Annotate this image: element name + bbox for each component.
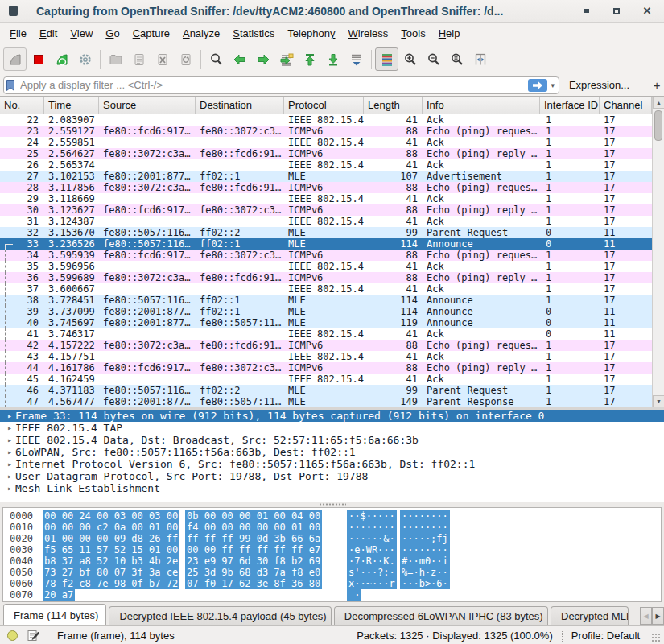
hex-row-0020[interactable]: 002001 00 00 00 09 d8 26 ffff ff ff 99 0… xyxy=(3,533,661,544)
packet-row-30[interactable]: 303.123627fe80::fcd6:917…fe80::3072:c3…I… xyxy=(0,204,664,216)
menu-telephony[interactable]: Telephony xyxy=(281,24,341,43)
packet-row-41[interactable]: 413.746317IEEE 802.15.441Ack011 xyxy=(0,328,664,340)
detail-row-5[interactable]: ▸User Datagram Protocol, Src Port: 19788… xyxy=(0,470,664,482)
status-profile[interactable]: Profile: Default xyxy=(571,630,640,642)
packet-row-35[interactable]: 353.596956IEEE 802.15.441Ack117 xyxy=(0,261,664,272)
expander-triangle-icon[interactable]: ▸ xyxy=(4,410,15,422)
column-header-destination[interactable]: Destination xyxy=(196,97,284,114)
maximize-button[interactable] xyxy=(611,6,622,17)
display-filter-input[interactable] xyxy=(17,79,528,91)
column-header-info[interactable]: Info xyxy=(423,97,540,114)
packet-row-38[interactable]: 383.728451fe80::5057:116…ff02::1MLE114An… xyxy=(0,295,664,306)
hex-row-0000[interactable]: 000000 00 24 00 03 00 03 000b 00 00 00 0… xyxy=(3,510,661,522)
zoom-in-button[interactable] xyxy=(398,47,422,71)
column-header-channel[interactable]: Channel xyxy=(600,97,652,114)
expander-triangle-icon[interactable]: ▸ xyxy=(4,446,15,458)
expander-triangle-icon[interactable]: ▸ xyxy=(4,470,15,482)
packet-row-23[interactable]: 232.559127fe80::fcd6:917…fe80::3072:c3…I… xyxy=(0,126,664,137)
find-packet-button[interactable] xyxy=(204,47,228,71)
byte-view-tab-2[interactable]: Decompressed 6LoWPAN IPHC (83 bytes) xyxy=(334,606,548,625)
packet-row-45[interactable]: 454.162459IEEE 802.15.441Ack117 xyxy=(0,374,664,385)
expander-triangle-icon[interactable]: ▸ xyxy=(4,482,15,494)
menu-edit[interactable]: Edit xyxy=(33,24,64,43)
go-to-packet-button[interactable] xyxy=(274,47,298,71)
capture-restart-button[interactable] xyxy=(50,47,73,71)
apply-filter-button[interactable] xyxy=(528,79,547,92)
detail-row-2[interactable]: ▸IEEE 802.15.4 Data, Dst: Broadcast, Src… xyxy=(0,434,664,446)
capture-stop-button[interactable] xyxy=(27,47,50,71)
packet-row-39[interactable]: 393.737099fe80::2001:877…ff02::1MLE114An… xyxy=(0,306,664,317)
detail-row-0[interactable]: ▸Frame 33: 114 bytes on wire (912 bits),… xyxy=(0,410,664,422)
column-header-protocol[interactable]: Protocol xyxy=(284,97,364,114)
detail-row-4[interactable]: ▸Internet Protocol Version 6, Src: fe80:… xyxy=(0,458,664,470)
filter-history-caret[interactable]: ▾ xyxy=(549,81,559,89)
menu-statistics[interactable]: Statistics xyxy=(226,24,281,43)
byte-view-tab-1[interactable]: Decrypted IEEE 802.15.4 payload (45 byte… xyxy=(109,606,331,625)
zoom-reset-button[interactable] xyxy=(445,47,468,71)
packet-row-34[interactable]: 343.595939fe80::fcd6:917…fe80::3072:c3…I… xyxy=(0,250,664,261)
column-header-interface-id[interactable]: Interface ID xyxy=(540,97,600,114)
detail-row-1[interactable]: ▸IEEE 802.15.4 TAP xyxy=(0,422,664,434)
go-forward-button[interactable] xyxy=(251,47,274,71)
expression-button[interactable]: Expression... xyxy=(569,79,629,91)
detail-row-6[interactable]: ▸Mesh Link Establishment xyxy=(0,482,664,494)
expander-triangle-icon[interactable]: ▸ xyxy=(4,458,15,470)
byte-view-tab-0[interactable]: Frame (114 bytes) xyxy=(3,604,106,625)
comment-edit-icon[interactable] xyxy=(27,630,39,642)
go-back-button[interactable] xyxy=(228,47,251,71)
packet-row-26[interactable]: 262.565374IEEE 802.15.441Ack117 xyxy=(0,159,664,171)
hex-row-0040[interactable]: 0040b8 37 a8 52 10 b3 4b 2e23 e9 97 6d 3… xyxy=(3,555,661,567)
menu-help[interactable]: Help xyxy=(432,24,467,43)
menu-capture[interactable]: Capture xyxy=(126,24,176,43)
expander-triangle-icon[interactable]: ▸ xyxy=(4,422,15,434)
add-filter-button[interactable]: + xyxy=(650,78,664,92)
packet-row-43[interactable]: 434.157751IEEE 802.15.441Ack117 xyxy=(0,351,664,362)
packet-row-24[interactable]: 242.559851IEEE 802.15.441Ack117 xyxy=(0,137,664,148)
packet-row-40[interactable]: 403.745697fe80::2001:877…fe80::5057:11…M… xyxy=(0,317,664,328)
packet-row-29[interactable]: 293.118669IEEE 802.15.441Ack117 xyxy=(0,193,664,204)
packet-row-22[interactable]: 222.083907IEEE 802.15.441Ack117 xyxy=(0,114,664,126)
minimize-button[interactable] xyxy=(580,6,592,17)
scrollbar-up-arrow[interactable]: ▲ xyxy=(653,97,664,109)
column-header-no[interactable]: No. xyxy=(0,97,44,114)
auto-scroll-button[interactable] xyxy=(344,47,368,71)
packet-row-33[interactable]: 333.236526fe80::5057:116…ff02::1MLE114An… xyxy=(0,238,664,250)
packet-row-27[interactable]: 273.102153fe80::2001:877…ff02::1MLE107Ad… xyxy=(0,171,664,182)
packet-row-31[interactable]: 313.124387IEEE 802.15.441Ack117 xyxy=(0,216,664,227)
packet-row-25[interactable]: 252.564627fe80::3072:c3a…fe80::fcd6:91…I… xyxy=(0,148,664,159)
display-filter-box[interactable]: ▾ xyxy=(3,76,559,94)
packet-row-37[interactable]: 373.600667IEEE 802.15.441Ack117 xyxy=(0,283,664,295)
bookmark-icon[interactable] xyxy=(4,78,17,93)
scrollbar-thumb[interactable] xyxy=(654,110,662,141)
go-last-button[interactable] xyxy=(321,47,344,71)
hex-pane-splitter[interactable] xyxy=(0,502,664,507)
capture-options-button[interactable] xyxy=(73,47,97,71)
packet-row-47[interactable]: 474.567477fe80::2001:877…fe80::5057:11…M… xyxy=(0,396,664,407)
hex-row-0050[interactable]: 005073 27 bf 80 07 3f 3a ce25 3d 9b 68 d… xyxy=(3,567,661,578)
detail-row-3[interactable]: ▸6LoWPAN, Src: fe80::5057:1165:f56a:663b… xyxy=(0,446,664,458)
resize-columns-button[interactable] xyxy=(468,47,492,71)
resize-grip[interactable] xyxy=(651,633,662,643)
colorize-button[interactable] xyxy=(375,47,398,71)
packet-row-32[interactable]: 323.153670fe80::5057:116…ff02::2MLE99Par… xyxy=(0,227,664,238)
packet-row-46[interactable]: 464.371183fe80::5057:116…ff02::2MLE99Par… xyxy=(0,385,664,396)
zoom-out-button[interactable] xyxy=(422,47,445,71)
hex-row-0060[interactable]: 006078 f2 c8 7e 98 0f b7 7207 f0 17 62 3… xyxy=(3,578,661,589)
column-header-time[interactable]: Time xyxy=(44,97,99,114)
column-header-source[interactable]: Source xyxy=(99,97,196,114)
menu-wireless[interactable]: Wireless xyxy=(342,24,395,43)
menu-analyze[interactable]: Analyze xyxy=(176,24,226,43)
packet-row-42[interactable]: 424.157222fe80::3072:c3a…fe80::fcd6:91…I… xyxy=(0,340,664,351)
menu-file[interactable]: File xyxy=(3,24,33,43)
close-button[interactable]: ✕ xyxy=(641,6,653,17)
column-header-length[interactable]: Length xyxy=(364,97,423,114)
menu-view[interactable]: View xyxy=(64,24,99,43)
packet-row-28[interactable]: 283.117856fe80::3072:c3a…fe80::fcd6:91…I… xyxy=(0,182,664,193)
expander-triangle-icon[interactable]: ▸ xyxy=(4,434,15,446)
menu-go[interactable]: Go xyxy=(99,24,126,43)
packet-list-scrollbar[interactable]: ▲ ▼ xyxy=(652,97,664,407)
expert-info-icon[interactable] xyxy=(7,630,18,641)
hex-row-0010[interactable]: 001000 00 00 c2 0a 00 01 00f4 00 00 00 0… xyxy=(3,522,661,533)
byte-view-tab-3[interactable]: Decrypted MLE xyxy=(551,606,629,625)
tab-scroll-right-button[interactable]: ▶ xyxy=(652,607,664,625)
